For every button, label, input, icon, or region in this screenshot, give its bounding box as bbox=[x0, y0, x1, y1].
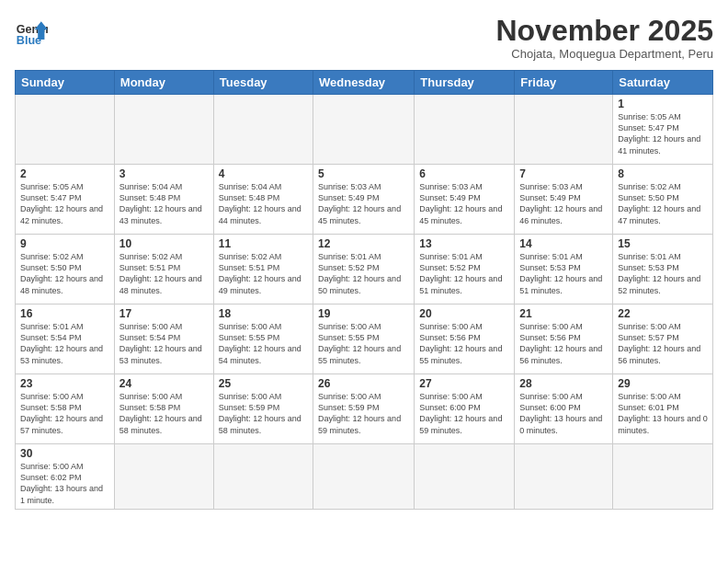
day-number: 17 bbox=[119, 307, 209, 320]
title-block: November 2025 Chojata, Moquegua Departme… bbox=[495, 15, 713, 61]
calendar-cell: 28Sunrise: 5:00 AM Sunset: 6:00 PM Dayli… bbox=[515, 374, 613, 444]
day-info: Sunrise: 5:00 AM Sunset: 5:56 PM Dayligh… bbox=[519, 321, 608, 366]
calendar-cell: 12Sunrise: 5:01 AM Sunset: 5:52 PM Dayli… bbox=[313, 235, 415, 304]
calendar-week-1: 2Sunrise: 5:05 AM Sunset: 5:47 PM Daylig… bbox=[16, 165, 713, 235]
day-number: 22 bbox=[618, 307, 708, 320]
logo: General Blue bbox=[15, 15, 48, 48]
day-info: Sunrise: 5:00 AM Sunset: 5:58 PM Dayligh… bbox=[20, 391, 109, 436]
calendar-cell: 5Sunrise: 5:03 AM Sunset: 5:49 PM Daylig… bbox=[313, 165, 415, 235]
day-number: 21 bbox=[519, 307, 608, 320]
calendar-cell: 16Sunrise: 5:01 AM Sunset: 5:54 PM Dayli… bbox=[16, 304, 115, 374]
calendar-cell: 7Sunrise: 5:03 AM Sunset: 5:49 PM Daylig… bbox=[515, 165, 613, 235]
day-info: Sunrise: 5:02 AM Sunset: 5:51 PM Dayligh… bbox=[119, 251, 209, 296]
day-number: 2 bbox=[20, 167, 109, 180]
day-info: Sunrise: 5:01 AM Sunset: 5:53 PM Dayligh… bbox=[519, 251, 608, 296]
day-number: 19 bbox=[318, 307, 409, 320]
day-info: Sunrise: 5:00 AM Sunset: 5:54 PM Dayligh… bbox=[119, 321, 209, 366]
day-number: 18 bbox=[219, 307, 308, 320]
calendar-cell: 21Sunrise: 5:00 AM Sunset: 5:56 PM Dayli… bbox=[515, 304, 613, 374]
calendar-cell bbox=[415, 95, 515, 165]
calendar-cell: 11Sunrise: 5:02 AM Sunset: 5:51 PM Dayli… bbox=[213, 235, 313, 304]
day-number: 5 bbox=[318, 167, 409, 180]
day-number: 3 bbox=[119, 167, 209, 180]
calendar-week-4: 23Sunrise: 5:00 AM Sunset: 5:58 PM Dayli… bbox=[16, 374, 713, 444]
day-number: 10 bbox=[119, 237, 209, 250]
calendar-cell: 9Sunrise: 5:02 AM Sunset: 5:50 PM Daylig… bbox=[16, 235, 115, 304]
day-number: 12 bbox=[318, 237, 409, 250]
day-info: Sunrise: 5:00 AM Sunset: 6:00 PM Dayligh… bbox=[419, 391, 509, 436]
header: General Blue November 2025 Chojata, Moqu… bbox=[15, 15, 713, 61]
calendar-table: SundayMondayTuesdayWednesdayThursdayFrid… bbox=[15, 70, 713, 510]
calendar-cell: 23Sunrise: 5:00 AM Sunset: 5:58 PM Dayli… bbox=[16, 374, 115, 444]
day-info: Sunrise: 5:03 AM Sunset: 5:49 PM Dayligh… bbox=[419, 181, 509, 226]
day-number: 13 bbox=[419, 237, 509, 250]
day-number: 14 bbox=[519, 237, 608, 250]
calendar-week-2: 9Sunrise: 5:02 AM Sunset: 5:50 PM Daylig… bbox=[16, 235, 713, 304]
calendar-cell bbox=[613, 444, 713, 510]
day-number: 29 bbox=[618, 377, 708, 390]
day-number: 16 bbox=[20, 307, 109, 320]
day-info: Sunrise: 5:00 AM Sunset: 5:59 PM Dayligh… bbox=[219, 391, 308, 436]
calendar-cell: 19Sunrise: 5:00 AM Sunset: 5:55 PM Dayli… bbox=[313, 304, 415, 374]
day-info: Sunrise: 5:01 AM Sunset: 5:52 PM Dayligh… bbox=[419, 251, 509, 296]
calendar-cell: 3Sunrise: 5:04 AM Sunset: 5:48 PM Daylig… bbox=[114, 165, 213, 235]
calendar-week-0: 1Sunrise: 5:05 AM Sunset: 5:47 PM Daylig… bbox=[16, 95, 713, 165]
calendar-cell bbox=[313, 444, 415, 510]
calendar-cell: 24Sunrise: 5:00 AM Sunset: 5:58 PM Dayli… bbox=[114, 374, 213, 444]
calendar-cell bbox=[313, 95, 415, 165]
calendar-cell: 10Sunrise: 5:02 AM Sunset: 5:51 PM Dayli… bbox=[114, 235, 213, 304]
day-info: Sunrise: 5:02 AM Sunset: 5:51 PM Dayligh… bbox=[219, 251, 308, 296]
day-info: Sunrise: 5:00 AM Sunset: 6:01 PM Dayligh… bbox=[618, 391, 708, 436]
day-number: 30 bbox=[20, 447, 109, 460]
day-info: Sunrise: 5:02 AM Sunset: 5:50 PM Dayligh… bbox=[20, 251, 109, 296]
calendar-week-3: 16Sunrise: 5:01 AM Sunset: 5:54 PM Dayli… bbox=[16, 304, 713, 374]
svg-text:Blue: Blue bbox=[17, 34, 41, 47]
day-info: Sunrise: 5:04 AM Sunset: 5:48 PM Dayligh… bbox=[219, 181, 308, 226]
day-number: 6 bbox=[419, 167, 509, 180]
day-header-tuesday: Tuesday bbox=[213, 71, 313, 95]
logo-icon: General Blue bbox=[15, 15, 48, 48]
calendar-cell: 18Sunrise: 5:00 AM Sunset: 5:55 PM Dayli… bbox=[213, 304, 313, 374]
calendar-cell bbox=[114, 444, 213, 510]
day-number: 9 bbox=[20, 237, 109, 250]
calendar-cell bbox=[515, 444, 613, 510]
day-number: 27 bbox=[419, 377, 509, 390]
calendar-cell bbox=[213, 444, 313, 510]
calendar-cell bbox=[114, 95, 213, 165]
calendar-cell bbox=[515, 95, 613, 165]
calendar-cell: 13Sunrise: 5:01 AM Sunset: 5:52 PM Dayli… bbox=[415, 235, 515, 304]
day-number: 24 bbox=[119, 377, 209, 390]
day-info: Sunrise: 5:00 AM Sunset: 6:02 PM Dayligh… bbox=[20, 461, 109, 506]
day-info: Sunrise: 5:04 AM Sunset: 5:48 PM Dayligh… bbox=[119, 181, 209, 226]
calendar-cell: 20Sunrise: 5:00 AM Sunset: 5:56 PM Dayli… bbox=[415, 304, 515, 374]
day-number: 11 bbox=[219, 237, 308, 250]
calendar-cell bbox=[415, 444, 515, 510]
day-info: Sunrise: 5:00 AM Sunset: 5:57 PM Dayligh… bbox=[618, 321, 708, 366]
calendar-cell: 25Sunrise: 5:00 AM Sunset: 5:59 PM Dayli… bbox=[213, 374, 313, 444]
subtitle: Chojata, Moquegua Department, Peru bbox=[495, 47, 713, 61]
day-header-friday: Friday bbox=[515, 71, 613, 95]
day-number: 26 bbox=[318, 377, 409, 390]
calendar-cell: 29Sunrise: 5:00 AM Sunset: 6:01 PM Dayli… bbox=[613, 374, 713, 444]
calendar-cell bbox=[213, 95, 313, 165]
calendar-cell: 2Sunrise: 5:05 AM Sunset: 5:47 PM Daylig… bbox=[16, 165, 115, 235]
calendar-cell bbox=[16, 95, 115, 165]
calendar-cell: 26Sunrise: 5:00 AM Sunset: 5:59 PM Dayli… bbox=[313, 374, 415, 444]
calendar-cell: 6Sunrise: 5:03 AM Sunset: 5:49 PM Daylig… bbox=[415, 165, 515, 235]
day-number: 8 bbox=[618, 167, 708, 180]
day-info: Sunrise: 5:01 AM Sunset: 5:53 PM Dayligh… bbox=[618, 251, 708, 296]
calendar-week-5: 30Sunrise: 5:00 AM Sunset: 6:02 PM Dayli… bbox=[16, 444, 713, 510]
calendar-cell: 1Sunrise: 5:05 AM Sunset: 5:47 PM Daylig… bbox=[613, 95, 713, 165]
day-number: 28 bbox=[519, 377, 608, 390]
calendar-cell: 4Sunrise: 5:04 AM Sunset: 5:48 PM Daylig… bbox=[213, 165, 313, 235]
day-header-wednesday: Wednesday bbox=[313, 71, 415, 95]
day-number: 20 bbox=[419, 307, 509, 320]
page: General Blue November 2025 Chojata, Moqu… bbox=[0, 0, 728, 517]
calendar-header-row: SundayMondayTuesdayWednesdayThursdayFrid… bbox=[16, 71, 713, 95]
day-info: Sunrise: 5:01 AM Sunset: 5:52 PM Dayligh… bbox=[318, 251, 409, 296]
calendar-cell: 30Sunrise: 5:00 AM Sunset: 6:02 PM Dayli… bbox=[16, 444, 115, 510]
day-header-thursday: Thursday bbox=[415, 71, 515, 95]
day-header-sunday: Sunday bbox=[16, 71, 115, 95]
day-info: Sunrise: 5:03 AM Sunset: 5:49 PM Dayligh… bbox=[318, 181, 409, 226]
day-info: Sunrise: 5:00 AM Sunset: 5:58 PM Dayligh… bbox=[119, 391, 209, 436]
